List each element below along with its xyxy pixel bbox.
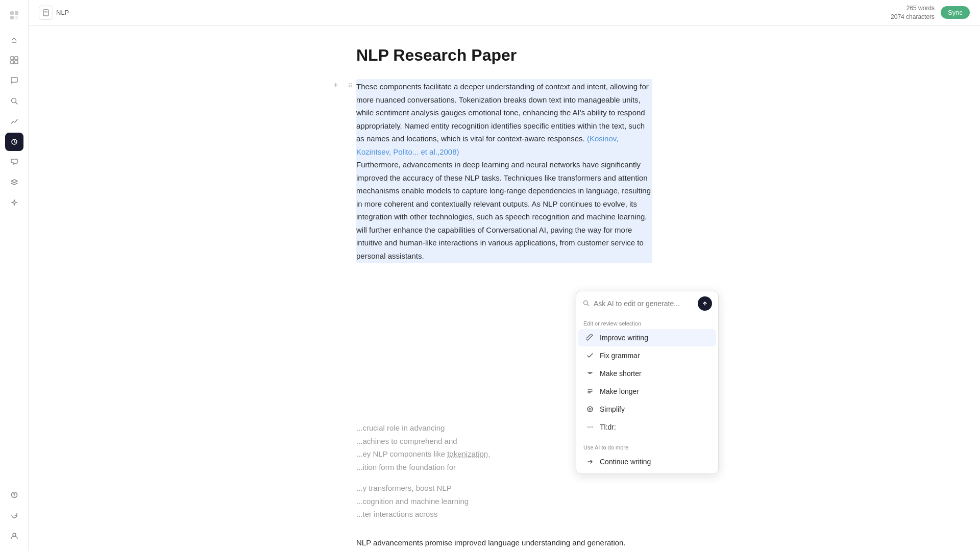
svg-rect-2	[10, 16, 14, 19]
doc-icon	[39, 6, 53, 20]
svg-rect-5	[15, 57, 18, 60]
ai-menu-simplify[interactable]: Simplify	[578, 400, 716, 418]
paragraph-1-cont: Furthermore, advancements in deep learni…	[356, 160, 651, 260]
comment-icon[interactable]	[5, 153, 23, 171]
make-longer-label: Make longer	[600, 387, 639, 395]
tldr-label: Tl:dr:	[600, 423, 616, 431]
document-title[interactable]: NLP Research Paper	[356, 46, 652, 65]
word-count-value: 265 words	[891, 4, 935, 13]
ai-section-label-2: Use AI to do more	[576, 440, 718, 453]
ai-search-icon	[582, 299, 590, 308]
ai-section-label-1: Edit or review selection	[576, 316, 718, 329]
simplify-label: Simplify	[600, 405, 625, 413]
svg-point-23	[587, 427, 589, 428]
svg-point-12	[13, 533, 16, 536]
svg-point-21	[587, 407, 593, 412]
svg-point-11	[14, 496, 14, 497]
ai-popup: Edit or review selection Improve writing	[576, 291, 719, 474]
svg-point-14	[349, 83, 350, 84]
editor-content: NLP Research Paper +	[326, 46, 683, 549]
sidebar-top: ⌂	[5, 6, 23, 482]
help-icon[interactable]	[5, 486, 23, 504]
paragraph-controls: +	[330, 79, 356, 91]
sparkle-icon[interactable]	[5, 194, 23, 212]
refresh-icon[interactable]	[5, 506, 23, 524]
improve-writing-label: Improve writing	[600, 334, 648, 342]
svg-rect-3	[15, 16, 18, 19]
sync-button[interactable]: Sync	[941, 6, 970, 19]
char-count-value: 2074 characters	[891, 13, 935, 21]
continue-writing-icon	[585, 457, 595, 466]
blurred-paragraph-2: ...y transformers, boost NLP...cognition…	[356, 482, 652, 521]
svg-rect-1	[15, 11, 18, 15]
drag-handle-button[interactable]	[344, 79, 356, 91]
svg-point-24	[590, 427, 591, 428]
editor-area: NLP Research Paper +	[29, 26, 980, 551]
user-icon[interactable]	[5, 527, 23, 545]
svg-point-22	[589, 408, 591, 410]
ai-menu-fix-grammar[interactable]: Fix grammar	[578, 347, 716, 364]
blurred-section-2: ...y transformers, boost NLP...cognition…	[356, 482, 652, 521]
breadcrumb: NLP	[39, 6, 69, 20]
main-content: NLP 265 words 2074 characters Sync NLP R…	[29, 0, 980, 551]
fix-grammar-icon	[585, 351, 595, 360]
topbar: NLP 265 words 2074 characters Sync	[29, 0, 980, 26]
make-longer-icon	[585, 387, 595, 396]
svg-point-17	[351, 85, 352, 86]
layers-icon[interactable]	[5, 173, 23, 192]
svg-point-15	[351, 83, 352, 84]
chart-icon[interactable]	[5, 112, 23, 131]
edit-active-icon[interactable]	[5, 133, 23, 151]
layout-icon[interactable]	[5, 51, 23, 69]
ai-send-button[interactable]	[698, 296, 712, 311]
svg-point-25	[592, 427, 593, 428]
footer-paragraph: NLP advancements promise improved langua…	[356, 536, 652, 549]
sidebar: ⌂	[0, 0, 29, 551]
continue-writing-label: Continue writing	[600, 458, 651, 466]
tokenization-link[interactable]: tokenization	[447, 449, 488, 458]
paragraph-1[interactable]: These components facilitate a deeper und…	[356, 79, 652, 263]
ai-menu-tldr[interactable]: Tl:dr:	[578, 418, 716, 436]
paragraph-wrapper-1: + These components facilitate a de	[356, 79, 652, 263]
search-icon[interactable]	[5, 92, 23, 110]
add-block-button[interactable]: +	[330, 79, 342, 91]
ai-menu-improve-writing[interactable]: Improve writing	[578, 329, 716, 346]
ai-search-bar	[576, 291, 718, 316]
topbar-right: 265 words 2074 characters Sync	[891, 4, 970, 21]
word-count: 265 words 2074 characters	[891, 4, 935, 21]
svg-point-18	[349, 86, 350, 87]
make-shorter-label: Make shorter	[600, 369, 642, 378]
ai-divider	[576, 438, 718, 438]
ai-menu-continue-writing[interactable]: Continue writing	[578, 453, 716, 470]
svg-rect-0	[10, 11, 14, 15]
tldr-icon	[585, 422, 595, 432]
ai-search-input[interactable]	[594, 299, 694, 308]
ai-menu-make-shorter[interactable]: Make shorter	[578, 365, 716, 382]
svg-rect-6	[11, 61, 14, 64]
chat-icon[interactable]	[5, 71, 23, 90]
app-logo	[5, 6, 23, 24]
ai-menu-make-longer[interactable]: Make longer	[578, 383, 716, 400]
home-icon[interactable]: ⌂	[5, 31, 23, 49]
simplify-icon	[585, 405, 595, 414]
svg-rect-4	[11, 57, 14, 60]
svg-point-19	[351, 86, 352, 87]
make-shorter-icon	[585, 369, 595, 378]
sidebar-bottom	[5, 486, 23, 545]
svg-rect-7	[15, 61, 18, 64]
breadcrumb-text: NLP	[56, 9, 69, 16]
fix-grammar-label: Fix grammar	[600, 352, 640, 360]
improve-writing-icon	[585, 333, 595, 342]
svg-point-16	[349, 85, 350, 86]
